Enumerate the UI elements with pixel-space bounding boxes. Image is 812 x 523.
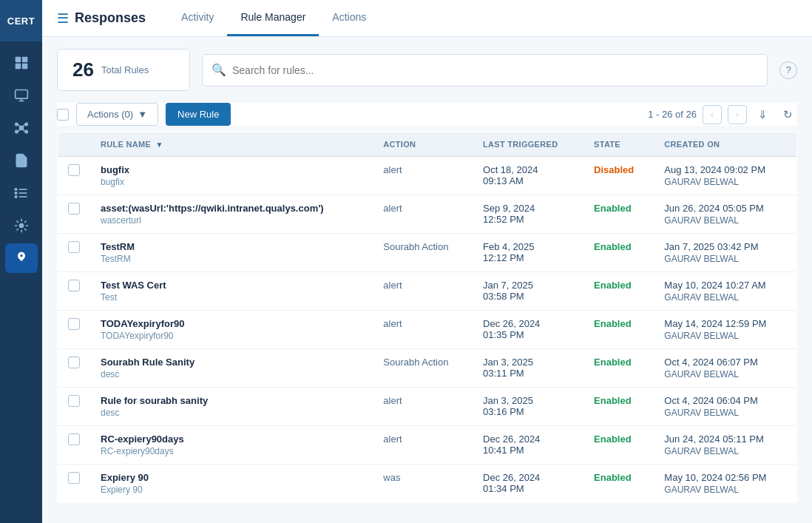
refresh-icon[interactable]: ↻ [778, 105, 797, 124]
sidebar-item-monitor[interactable] [5, 81, 38, 110]
sidebar-item-dashboard[interactable] [5, 48, 38, 78]
created-date: Oct 4, 2024 06:07 PM [664, 357, 786, 368]
created-date: May 14, 2024 12:59 PM [664, 318, 786, 329]
select-all-checkbox[interactable] [57, 109, 69, 121]
last-triggered-cell: Jan 3, 2025 03:11 PM [473, 349, 583, 388]
action-cell: alert [373, 157, 473, 195]
help-icon[interactable]: ? [779, 61, 797, 79]
svg-point-9 [25, 130, 27, 132]
svg-rect-0 [15, 57, 21, 63]
action-value: alert [383, 395, 402, 406]
prev-page-button[interactable]: ‹ [703, 105, 722, 124]
table-row: RC-expiery90days RC-expiery90days alert … [58, 426, 797, 465]
sidebar-item-tools[interactable] [5, 211, 38, 240]
row-checkbox-cell [58, 157, 91, 195]
rule-name-cell: RC-expiery90days RC-expiery90days [90, 426, 373, 465]
sort-arrow-rule-name: ▼ [155, 141, 163, 149]
last-triggered-cell: Dec 26, 2024 01:34 PM [473, 465, 583, 503]
row-checkbox[interactable] [68, 472, 80, 484]
created-by: GAURAV BELWAL [664, 254, 786, 264]
last-triggered-date: Sep 9, 2024 [483, 203, 573, 214]
row-checkbox[interactable] [68, 241, 80, 253]
search-area: 🔍 [202, 54, 768, 87]
row-checkbox-cell [58, 426, 91, 465]
table-row: Sourabh Rule Sanity desc Sourabh Action … [58, 349, 797, 388]
sidebar-item-responses[interactable] [5, 243, 38, 273]
pagination-info: 1 - 26 of 26 [648, 109, 697, 120]
tab-activity[interactable]: Activity [168, 0, 227, 36]
last-triggered-cell: Jan 7, 2025 03:58 PM [473, 272, 583, 311]
last-triggered-date: Feb 4, 2025 [483, 241, 573, 252]
action-value: alert [383, 433, 402, 445]
search-input[interactable] [232, 64, 758, 76]
svg-point-13 [15, 189, 17, 191]
sidebar-item-list[interactable] [5, 178, 38, 208]
row-checkbox[interactable] [68, 318, 80, 330]
action-cell: alert [373, 388, 473, 426]
action-value: alert [383, 203, 402, 214]
search-icon: 🔍 [212, 63, 226, 77]
rule-desc: wascerturl [101, 215, 362, 226]
created-by: GAURAV BELWAL [664, 292, 786, 303]
toolbar: Actions (0) ▼ New Rule 1 - 26 of 26 ‹ › … [57, 103, 797, 126]
created-on-cell: May 10, 2024 10:27 AM GAURAV BELWAL [654, 272, 796, 311]
new-rule-button[interactable]: New Rule [166, 103, 231, 126]
row-checkbox[interactable] [68, 433, 80, 445]
rule-desc: desc [101, 408, 362, 418]
last-triggered-date: Dec 26, 2024 [483, 433, 573, 445]
svg-rect-3 [21, 64, 27, 70]
action-value: Sourabh Action [383, 357, 448, 368]
created-date: Jun 24, 2024 05:11 PM [664, 433, 786, 445]
row-checkbox[interactable] [68, 280, 80, 291]
action-cell: alert [373, 272, 473, 311]
rule-name: asset:(wasUrl:'https://qwiki.intranet.qu… [101, 203, 362, 214]
rule-desc: TODAYexpiryfor90 [101, 331, 362, 341]
rule-name: TODAYexpiryfor90 [101, 318, 362, 329]
sidebar-item-network[interactable] [5, 113, 38, 143]
row-checkbox[interactable] [68, 395, 80, 407]
state-cell: Disabled [583, 157, 654, 195]
table-row: TODAYexpiryfor90 TODAYexpiryfor90 alert … [58, 311, 797, 349]
action-value: was [383, 472, 400, 483]
tab-actions[interactable]: Actions [319, 0, 379, 36]
next-page-button[interactable]: › [728, 105, 747, 124]
download-icon[interactable]: ⇓ [753, 105, 772, 124]
tab-rule-manager[interactable]: Rule Manager [227, 0, 319, 36]
top-header: ☰ Responses Activity Rule Manager Action… [42, 0, 812, 37]
svg-rect-1 [21, 57, 27, 63]
state-cell: Enabled [583, 388, 654, 426]
sidebar: CERT [0, 0, 42, 523]
action-cell: alert [373, 195, 473, 234]
last-triggered-date: Jan 3, 2025 [483, 395, 573, 406]
last-triggered-cell: Feb 4, 2025 12:12 PM [473, 234, 583, 272]
created-on-cell: Aug 13, 2024 09:02 PM GAURAV BELWAL [654, 157, 796, 195]
created-date: May 10, 2024 10:27 AM [664, 280, 786, 291]
created-date: Aug 13, 2024 09:02 PM [664, 164, 786, 175]
row-checkbox[interactable] [68, 164, 80, 176]
created-by: GAURAV BELWAL [664, 485, 786, 495]
action-value: Sourabh Action [383, 241, 448, 252]
page-title: Responses [75, 10, 146, 26]
actions-dropdown-button[interactable]: Actions (0) ▼ [76, 103, 158, 126]
action-cell: Sourabh Action [373, 234, 473, 272]
created-date: Oct 4, 2024 06:04 PM [664, 395, 786, 406]
created-date: Jan 7, 2025 03:42 PM [664, 241, 786, 252]
row-checkbox[interactable] [68, 357, 80, 368]
row-checkbox[interactable] [68, 203, 80, 215]
svg-rect-2 [15, 64, 21, 70]
last-triggered-time: 12:12 PM [483, 252, 573, 263]
last-triggered-date: Jan 7, 2025 [483, 280, 573, 291]
last-triggered-cell: Jan 3, 2025 03:16 PM [473, 388, 583, 426]
last-triggered-time: 01:35 PM [483, 329, 573, 340]
rule-desc: Expiery 90 [101, 485, 362, 495]
table-row: Expiery 90 Expiery 90 was Dec 26, 2024 0… [58, 465, 797, 503]
created-on-cell: May 10, 2024 02:56 PM GAURAV BELWAL [654, 465, 796, 503]
sidebar-nav [0, 42, 42, 273]
sidebar-item-file[interactable] [5, 146, 38, 175]
last-triggered-time: 03:11 PM [483, 368, 573, 379]
rule-name-cell: asset:(wasUrl:'https://qwiki.intranet.qu… [90, 195, 373, 234]
created-on-cell: Jan 7, 2025 03:42 PM GAURAV BELWAL [654, 234, 796, 272]
main-content: ☰ Responses Activity Rule Manager Action… [42, 0, 812, 523]
last-triggered-cell: Dec 26, 2024 10:41 PM [473, 426, 583, 465]
tab-bar: Activity Rule Manager Actions [168, 0, 379, 36]
